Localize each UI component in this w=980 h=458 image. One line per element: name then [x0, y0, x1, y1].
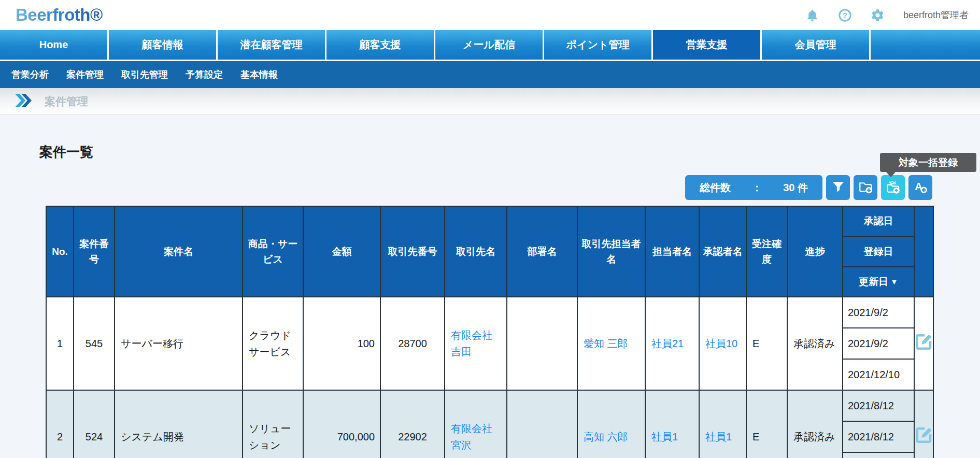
cell-dates: 2021/8/12 2021/8/12 — [843, 390, 914, 458]
add-case-button[interactable] — [854, 175, 877, 200]
bell-icon[interactable] — [805, 8, 819, 22]
tab-sales-support[interactable]: 営業支援 — [653, 30, 762, 60]
cell-client-contact: 愛知 三郎 — [577, 297, 645, 390]
cell-client-name: 有限会社吉田 — [445, 297, 507, 390]
cell-client-number: 28700 — [380, 297, 445, 390]
breadcrumb: 案件管理 — [0, 88, 980, 115]
cell-actions — [914, 390, 933, 458]
owner-link[interactable]: 社員1 — [651, 431, 678, 442]
cell-owner: 社員21 — [645, 297, 699, 390]
breadcrumb-label: 案件管理 — [45, 94, 88, 109]
col-header-department: 部署名 — [507, 206, 577, 297]
cell-order-probability: E — [746, 390, 787, 458]
client-name-link[interactable]: 有限会社吉田 — [451, 330, 492, 357]
tab-point-management[interactable]: ポイント管理 — [544, 30, 653, 60]
client-contact-link[interactable]: 高知 六郎 — [584, 431, 628, 442]
cell-owner: 社員1 — [645, 390, 699, 458]
col-header-registered-date[interactable]: 登録日 — [843, 237, 914, 267]
col-header-owner: 担当者名 — [645, 206, 699, 297]
page-title: 案件一覧 — [39, 143, 93, 161]
approver-link[interactable]: 社員10 — [705, 338, 737, 349]
tab-lead-management[interactable]: 潜在顧客管理 — [218, 30, 326, 60]
subnav-item-account-management[interactable]: 取引先管理 — [121, 68, 168, 81]
cell-updated-date — [843, 453, 914, 458]
cell-amount: 100 — [303, 297, 380, 390]
svg-text:?: ? — [843, 11, 847, 19]
tab-mail-delivery[interactable]: メール配信 — [435, 30, 544, 60]
edit-row-button[interactable] — [915, 333, 933, 352]
col-header-client-name: 取引先名 — [445, 206, 507, 297]
main-content: 案件一覧 対象一括登録 総件数 ： 30 件 — [0, 115, 980, 458]
col-header-updated-date[interactable]: 更新日▼ — [843, 267, 914, 296]
cell-approved-date: 2021/8/12 — [843, 391, 914, 422]
total-count-colon: ： — [752, 181, 762, 195]
bulk-register-icon — [886, 179, 901, 196]
tab-customer-info[interactable]: 顧客情報 — [109, 30, 218, 60]
total-count-label: 総件数 — [700, 181, 731, 195]
cell-product-service: クラウドサービス — [243, 297, 303, 390]
subnav-item-budget-settings[interactable]: 予算設定 — [186, 68, 223, 81]
cell-department — [507, 297, 577, 390]
col-header-progress: 進捗 — [787, 206, 843, 297]
table-header-row: No. 案件番号 案件名 商品・サービス 金額 取引先番号 取引先名 部署名 取… — [46, 206, 933, 297]
edit-icon — [915, 333, 933, 352]
col-header-case-number: 案件番号 — [74, 206, 115, 297]
col-header-client-number: 取引先番号 — [380, 206, 445, 297]
double-chevron-icon — [15, 94, 32, 109]
edit-icon — [915, 426, 933, 445]
cell-order-probability: E — [746, 297, 787, 390]
subnav-item-case-management[interactable]: 案件管理 — [66, 68, 104, 81]
cell-dates: 2021/9/2 2021/9/2 2021/12/10 — [843, 297, 914, 390]
client-name-link[interactable]: 有限会社宮沢 — [451, 423, 492, 451]
owner-link[interactable]: 社員21 — [651, 338, 684, 349]
cell-case-name: システム開発 — [115, 390, 243, 458]
cell-progress: 承認済み — [787, 390, 843, 458]
client-contact-link[interactable]: 愛知 三郎 — [584, 338, 628, 349]
sub-nav: 営業分析 案件管理 取引先管理 予算設定 基本情報 — [0, 60, 980, 88]
edit-row-button[interactable] — [915, 426, 933, 445]
sort-desc-icon: ▼ — [890, 276, 898, 288]
col-header-approved-date[interactable]: 承認日 — [843, 207, 914, 237]
list-toolbar: 総件数 ： 30 件 — [685, 175, 932, 200]
app-logo[interactable]: Beerfroth® — [16, 5, 103, 25]
table-row: 2 524 システム開発 ソリューション 700,000 22902 有限会社宮… — [46, 390, 933, 458]
add-item-name-button[interactable]: A — [908, 175, 932, 200]
col-header-amount: 金額 — [303, 206, 380, 297]
top-bar-actions: ? beerfroth管理者 — [805, 8, 972, 22]
col-header-approver: 承認者名 — [699, 206, 746, 297]
cell-no: 2 — [46, 390, 74, 458]
bulk-register-button[interactable] — [881, 175, 905, 200]
font-add-icon: A — [913, 179, 928, 196]
cell-amount: 700,000 — [303, 390, 380, 458]
filter-button[interactable] — [826, 175, 850, 200]
subnav-item-basic-info[interactable]: 基本情報 — [240, 68, 278, 81]
cell-client-number: 22902 — [380, 390, 445, 458]
total-count-value: 30 件 — [783, 181, 808, 195]
cell-case-name: サーバー移行 — [115, 297, 243, 390]
col-header-order-probability: 受注確度 — [746, 206, 787, 297]
cell-approver: 社員10 — [699, 297, 746, 390]
help-icon[interactable]: ? — [838, 8, 852, 22]
col-header-client-contact: 取引先担当者名 — [577, 206, 645, 297]
approver-link[interactable]: 社員1 — [705, 431, 732, 442]
subnav-item-sales-analysis[interactable]: 営業分析 — [11, 68, 49, 81]
col-header-case-name: 案件名 — [115, 206, 243, 297]
col-header-no: No. — [46, 206, 74, 297]
cell-actions — [914, 297, 933, 390]
tab-home[interactable]: Home — [0, 30, 109, 60]
table-row: 1 545 サーバー移行 クラウドサービス 100 28700 有限会社吉田 愛… — [46, 297, 933, 390]
cell-product-service: ソリューション — [243, 390, 303, 458]
main-nav: Home 顧客情報 潜在顧客管理 顧客支援 メール配信 ポイント管理 営業支援 … — [0, 30, 980, 60]
col-header-dates: 承認日 登録日 更新日▼ — [843, 206, 914, 297]
cell-progress: 承認済み — [787, 297, 843, 390]
gear-icon[interactable] — [871, 8, 885, 22]
cell-client-contact: 高知 六郎 — [577, 390, 645, 458]
cell-department — [507, 390, 577, 458]
total-count-badge: 総件数 ： 30 件 — [685, 175, 822, 200]
cell-approver: 社員1 — [699, 390, 746, 458]
cell-case-number: 545 — [74, 297, 115, 390]
cell-registered-date: 2021/8/12 — [843, 422, 914, 453]
tab-customer-support[interactable]: 顧客支援 — [326, 30, 435, 60]
cell-approved-date: 2021/9/2 — [843, 297, 914, 328]
tab-member-management[interactable]: 会員管理 — [762, 30, 871, 60]
